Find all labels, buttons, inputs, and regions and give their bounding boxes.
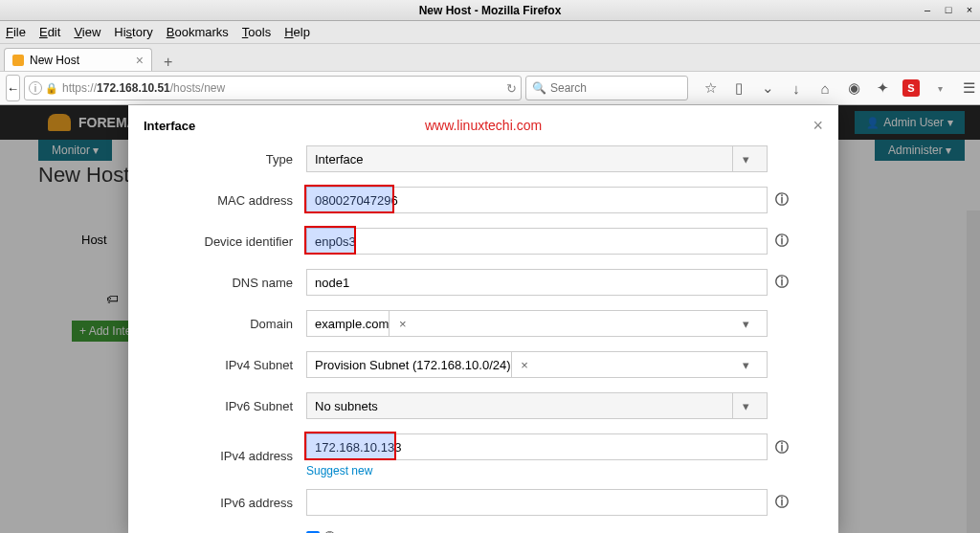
modal-close-icon[interactable]: × [813,116,823,136]
menu-tools[interactable]: Tools [242,25,271,39]
ipv4addr-label: IPv4 address [144,449,306,463]
close-window-icon[interactable]: × [963,3,976,16]
dns-label: DNS name [144,276,306,290]
modal-title: Interface [144,119,195,133]
search-input[interactable] [550,81,681,95]
device-label: Device identifier [144,234,306,249]
search-icon: 🔍 [532,81,546,95]
library-icon[interactable]: ▯ [730,79,747,97]
suggest-link[interactable]: Suggest new [306,464,768,477]
window-titlebar: New Host - Mozilla Firefox – □ × [0,0,980,21]
menu-icon[interactable]: ☰ [960,79,977,97]
help-icon[interactable]: ⓘ [775,494,789,511]
tab-close-icon[interactable]: × [136,53,144,68]
chevron-down-icon: ▾ [732,146,759,171]
newtab-button[interactable]: + [158,54,178,71]
mac-input[interactable] [306,187,768,213]
chevron-down-icon: ▾ [732,393,759,418]
interface-modal: Interface www.linuxtechi.com × Type Inte… [128,105,838,533]
ipv6subnet-label: IPv6 Subnet [144,399,306,413]
tab-title: New Host [30,54,79,67]
back-button[interactable]: ← [6,75,20,101]
menu-view[interactable]: View [74,25,100,39]
help-icon[interactable]: ⓘ [775,233,789,250]
search-bar[interactable]: 🔍 [525,76,688,100]
menu-help[interactable]: Help [284,25,310,39]
tabbar: New Host × + [0,44,980,71]
menu-file[interactable]: File [6,25,26,39]
reload-icon[interactable]: ↻ [506,81,517,96]
bookmark-star-icon[interactable]: ☆ [702,79,719,97]
device-input[interactable] [306,228,768,255]
chevron-down-icon: ▾ [732,311,759,336]
browser-tab[interactable]: New Host × [4,48,152,71]
addon1-icon[interactable]: ◉ [845,79,862,97]
minimize-icon[interactable]: – [921,3,934,16]
page-content: FOREMAN 👤 Admin User ▾ Monitor ▾ Adminis… [0,105,980,533]
domain-select[interactable]: example.com × ▾ [306,310,768,337]
ipv6addr-input[interactable] [306,489,768,516]
help-icon[interactable]: ⓘ [775,274,789,291]
url-text: https://172.168.10.51/hosts/new [62,81,225,95]
ipv4addr-input[interactable] [306,433,768,460]
download-icon[interactable]: ↓ [788,79,805,97]
site-info-icon[interactable]: i [29,81,42,95]
ipv6addr-label: IPv6 address [144,496,306,510]
chevron-down-icon: ▾ [732,352,759,377]
dns-input[interactable] [306,269,768,296]
type-label: Type [144,152,306,167]
lock-warning-icon: 🔒 [45,82,58,95]
watermark-text: www.linuxtechi.com [425,118,542,133]
mac-label: MAC address [144,193,306,208]
navbar: ← i 🔒 https://172.168.10.51/hosts/new ↻ … [0,71,980,105]
menu-edit[interactable]: Edit [39,25,60,39]
clear-icon[interactable]: × [511,352,538,377]
home-icon[interactable]: ⌂ [816,79,834,97]
clear-icon[interactable]: × [389,311,415,336]
ipv6subnet-select[interactable]: No subnets ▾ [306,392,768,419]
help-icon[interactable]: ⓘ [775,439,789,456]
maximize-icon[interactable]: □ [942,3,955,16]
addon3-caret-icon[interactable]: ▾ [931,79,948,97]
url-bar[interactable]: i 🔒 https://172.168.10.51/hosts/new ↻ [24,76,522,100]
addon2-icon[interactable]: ✦ [874,79,891,97]
help-icon[interactable]: ⓘ [775,191,789,209]
tab-favicon-icon [12,55,24,66]
type-select[interactable]: Interface ▾ [306,145,768,172]
ipv4subnet-label: IPv4 Subnet [144,358,306,372]
addon3-icon[interactable]: S [902,79,920,97]
domain-label: Domain [144,317,306,331]
window-title: New Host - Mozilla Firefox [419,4,562,17]
menu-bookmarks[interactable]: Bookmarks [167,25,229,39]
menubar: File Edit View History Bookmarks Tools H… [0,21,980,44]
ipv4subnet-select[interactable]: Provision Subnet (172.168.10.0/24) × ▾ [306,351,768,378]
menu-history[interactable]: History [114,25,152,39]
pocket-icon[interactable]: ⌄ [759,79,776,97]
